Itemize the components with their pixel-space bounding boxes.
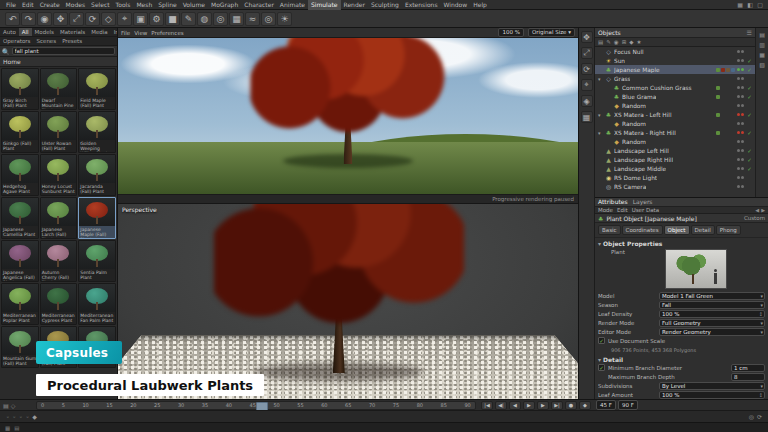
object-row[interactable]: ◉ RS Dome Light <box>595 173 755 182</box>
objects-menu-icon[interactable]: ▤ <box>598 39 603 45</box>
asset-thumbnail[interactable]: Sentia Palm Plant <box>78 240 116 282</box>
editor-visibility-dot[interactable] <box>737 131 740 134</box>
object-name-label[interactable]: RS Camera <box>614 184 646 190</box>
menu-item[interactable]: Volume <box>180 0 208 10</box>
render-visibility-dot[interactable] <box>741 86 744 89</box>
toolbar-icon[interactable]: ■ <box>165 12 180 26</box>
collapse-carat-icon[interactable]: ▾ <box>598 240 601 247</box>
history-nav-icon[interactable]: ▶ <box>761 207 765 213</box>
render-visibility-dot[interactable] <box>741 167 744 170</box>
asset-thumbnail[interactable]: Dwarf Mountain Pine Plant <box>40 68 78 110</box>
toolbar-icon[interactable]: ▣ <box>133 12 148 26</box>
render-view-canvas[interactable] <box>118 38 578 194</box>
objects-menu-icon[interactable]: ✎ <box>606 39 611 45</box>
asset-browser-tab[interactable]: Auto <box>0 28 19 36</box>
expander-icon[interactable]: ▾ <box>598 112 603 118</box>
objects-menu-icon[interactable]: ⊞ <box>622 39 627 45</box>
object-row[interactable]: ▲ Landscape Right Hill <box>595 155 755 164</box>
material-chip[interactable] <box>721 59 725 63</box>
material-chip[interactable] <box>731 86 735 90</box>
menu-item[interactable]: Mesh <box>133 0 155 10</box>
enabled-checkmark[interactable]: ✓ <box>746 67 753 73</box>
menu-item[interactable]: Create <box>37 0 63 10</box>
expander-icon[interactable]: ▾ <box>598 130 603 136</box>
field-checkbox[interactable]: ✓ <box>598 364 605 371</box>
field-value[interactable]: Full Geometry <box>659 319 765 327</box>
material-chip[interactable] <box>731 95 735 99</box>
editor-visibility-dot[interactable] <box>737 95 740 98</box>
toolbar-icon[interactable]: ◇ <box>101 12 116 26</box>
timeline-options-icon[interactable]: ▤ <box>3 402 9 409</box>
layout-icon[interactable]: ▦ <box>735 1 745 8</box>
asset-browser-tab[interactable]: Models <box>32 28 57 36</box>
menu-item[interactable]: Character <box>241 0 277 10</box>
editor-visibility-dot[interactable] <box>737 167 740 170</box>
material-chip[interactable] <box>726 95 730 99</box>
object-name-label[interactable]: Focus Null <box>614 49 644 55</box>
material-chip[interactable] <box>721 149 725 153</box>
status-bar-icon[interactable]: ▦ <box>5 425 10 431</box>
collapse-carat-icon[interactable]: ▾ <box>598 356 601 363</box>
menu-item[interactable]: Animate <box>277 0 308 10</box>
transport-button[interactable]: ▶| <box>551 401 563 410</box>
tool-strip-icon[interactable]: ✥ <box>581 31 593 43</box>
render-view-menu-item[interactable]: Preferences <box>151 30 183 36</box>
render-visibility-dot[interactable] <box>741 50 744 53</box>
visibility-dots[interactable] <box>737 185 744 188</box>
material-chip[interactable] <box>731 68 735 72</box>
object-row[interactable]: ◆ Random <box>595 137 755 146</box>
material-chip[interactable] <box>726 158 730 162</box>
visibility-dots[interactable] <box>737 149 744 152</box>
material-chip[interactable] <box>721 68 725 72</box>
material-chip[interactable] <box>716 131 720 135</box>
toolbar-icon[interactable]: ⌖ <box>117 12 132 26</box>
render-visibility-dot[interactable] <box>741 113 744 116</box>
field-value[interactable]: By Level <box>659 382 765 390</box>
material-chip[interactable] <box>716 86 720 90</box>
object-name-label[interactable]: Landscape Right Hill <box>614 157 673 163</box>
object-row[interactable]: ◎ RS Camera <box>595 182 755 191</box>
current-frame-field[interactable]: 45 F <box>596 400 616 410</box>
asset-thumbnail[interactable]: Autumn Cherry (Fall) Plant <box>40 240 78 282</box>
material-chip[interactable] <box>716 113 720 117</box>
object-row[interactable]: ♣ Blue Grama <box>595 92 755 101</box>
tool-strip-icon[interactable]: ◈ <box>581 95 593 107</box>
material-chip[interactable] <box>716 185 720 189</box>
material-chip[interactable] <box>731 140 735 144</box>
material-chip[interactable] <box>721 113 725 117</box>
editor-visibility-dot[interactable] <box>737 113 740 116</box>
asset-browser-tab[interactable]: All <box>19 28 32 36</box>
enabled-checkmark[interactable]: ✓ <box>746 112 753 118</box>
tool-strip-icon[interactable]: ⌖ <box>581 79 593 91</box>
object-row[interactable]: ◆ Random <box>595 101 755 110</box>
editor-visibility-dot[interactable] <box>737 149 740 152</box>
editor-visibility-dot[interactable] <box>737 86 740 89</box>
visibility-dots[interactable] <box>737 158 744 161</box>
menu-item[interactable]: Spline <box>155 0 179 10</box>
visibility-dots[interactable] <box>737 68 744 71</box>
toolbar-icon[interactable]: ☀ <box>277 12 292 26</box>
object-name-label[interactable]: Common Cushion Grass <box>622 85 692 91</box>
render-visibility-dot[interactable] <box>741 122 744 125</box>
keying-icon[interactable]: ◦ <box>6 413 10 420</box>
tool-strip-icon[interactable]: ▦ <box>581 111 593 123</box>
visibility-dots[interactable] <box>737 95 744 98</box>
material-chip[interactable] <box>726 140 730 144</box>
enabled-checkmark[interactable]: ✓ <box>746 85 753 91</box>
objects-panel-menu-icon[interactable]: ☰ <box>747 29 752 36</box>
tool-strip-icon[interactable]: ⤢ <box>581 47 593 59</box>
attribute-tab-button[interactable]: Basic <box>598 225 621 235</box>
menu-item[interactable]: Help <box>470 0 490 10</box>
asset-thumbnail[interactable]: Field Maple (Fall) Plant <box>78 68 116 110</box>
toolbar-icon[interactable]: ▦ <box>229 12 244 26</box>
editor-visibility-dot[interactable] <box>737 140 740 143</box>
object-name-label[interactable]: Random <box>622 139 646 145</box>
asset-thumbnail[interactable]: Mediterranean Fan Palm Plant <box>78 283 116 325</box>
asset-thumbnail[interactable]: Ginkgo (Fall) Plant <box>1 111 39 153</box>
render-visibility-dot[interactable] <box>741 95 744 98</box>
visibility-dots[interactable] <box>737 113 744 116</box>
menu-item[interactable]: Select <box>88 0 113 10</box>
object-row[interactable]: ☀ Sun <box>595 56 755 65</box>
toolbar-icon[interactable]: ✎ <box>181 12 196 26</box>
object-row[interactable]: ▾ ♣ XS Matera - Right Hill <box>595 128 755 137</box>
